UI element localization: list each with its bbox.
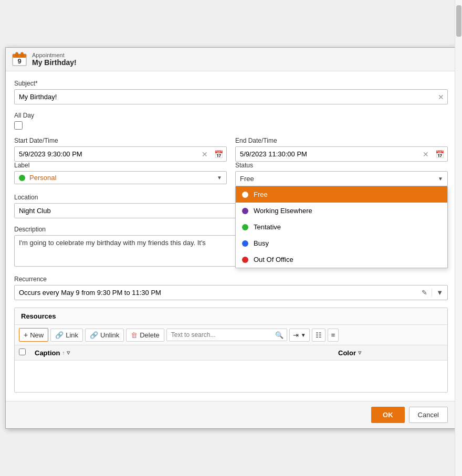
scrollbar-thumb[interactable]: [456, 5, 461, 37]
dialog-footer: OK Cancel: [6, 401, 456, 428]
subject-clear-icon[interactable]: ✕: [435, 93, 447, 101]
label-col: Label Personal ▼: [14, 162, 227, 186]
new-button[interactable]: + New: [19, 328, 48, 342]
end-datetime-col: End Date/Time ✕ 📅: [235, 137, 448, 162]
th-check: [19, 348, 35, 357]
color-filter-icon[interactable]: ▿: [358, 349, 361, 356]
delete-icon: 🗑: [131, 331, 138, 339]
label-select[interactable]: Personal ▼: [14, 171, 227, 184]
column-filter-icon: ≡: [331, 331, 335, 339]
cancel-button[interactable]: Cancel: [409, 407, 448, 423]
delete-button[interactable]: 🗑 Delete: [126, 329, 164, 342]
export-button[interactable]: ⇥ ▼: [289, 329, 310, 342]
table-body: [15, 361, 447, 392]
recurrence-edit-icon[interactable]: ✎: [417, 289, 432, 297]
end-clear-icon[interactable]: ✕: [419, 150, 432, 158]
status-option-out-of-office[interactable]: Out Of Office: [236, 251, 447, 268]
subject-input[interactable]: [15, 90, 435, 104]
out-of-office-dot: [242, 257, 248, 263]
unlink-button[interactable]: 🔗 Unlink: [85, 329, 124, 342]
status-arrow-icon: ▼: [438, 176, 443, 182]
table-header: Caption ↑ ▿ Color ▿: [15, 345, 447, 361]
dialog-body: Subject* ✕ All Day Start Date/Time: [6, 71, 456, 401]
status-select[interactable]: Free ▼: [235, 171, 448, 186]
recurrence-label: Recurrence: [14, 276, 448, 283]
search-wrap: 🔍: [166, 329, 287, 341]
allday-group: All Day: [14, 112, 448, 130]
appointment-dialog: 9 Appointment My Birthday! Subject* ✕ Al…: [5, 47, 457, 429]
subject-group: Subject* ✕: [14, 80, 448, 104]
th-caption: Caption ↑ ▿: [35, 349, 338, 357]
status-col: Status Free ▼ Free Working Elsewher: [235, 162, 448, 186]
select-all-checkbox[interactable]: [19, 348, 26, 355]
ok-button[interactable]: OK: [371, 407, 405, 423]
grid-icon: ☷: [316, 331, 322, 339]
status-dropdown: Free Working Elsewhere Tentative Bu: [235, 186, 448, 268]
datetime-row: Start Date/Time ✕ 📅 End Date/Time ✕ 📅: [14, 137, 448, 162]
start-clear-icon[interactable]: ✕: [198, 150, 211, 158]
start-datetime-input[interactable]: [15, 147, 198, 161]
resources-title: Resources: [21, 312, 56, 320]
grid-view-button[interactable]: ☷: [312, 329, 326, 342]
busy-label: Busy: [254, 239, 269, 247]
label-label: Label: [14, 162, 227, 169]
svg-rect-3: [21, 52, 23, 56]
recurrence-arrow-icon[interactable]: ▼: [432, 289, 447, 297]
allday-label: All Day: [14, 112, 448, 119]
status-option-working-elsewhere[interactable]: Working Elsewhere: [236, 203, 447, 219]
label-arrow-icon: ▼: [217, 175, 222, 181]
caption-filter-icon[interactable]: ▿: [67, 349, 70, 356]
export-arrow-icon: ▼: [301, 332, 306, 338]
th-color: Color ▿: [338, 349, 443, 357]
header-title-block: Appointment My Birthday!: [32, 52, 77, 67]
resources-table: Caption ↑ ▿ Color ▿: [15, 345, 447, 392]
status-option-tentative[interactable]: Tentative: [236, 219, 447, 235]
working-elsewhere-dot: [242, 208, 248, 214]
start-datetime-col: Start Date/Time ✕ 📅: [14, 137, 227, 162]
label-status-row: Label Personal ▼ Status Free ▼: [14, 162, 448, 186]
label-value: Personal: [29, 174, 215, 182]
allday-checkbox[interactable]: [14, 121, 23, 130]
svg-rect-2: [16, 52, 18, 56]
working-elsewhere-label: Working Elsewhere: [254, 207, 312, 215]
subject-input-wrap: ✕: [14, 89, 448, 104]
start-datetime-wrap: ✕ 📅: [14, 146, 227, 162]
resources-header: Resources: [15, 308, 447, 325]
resources-section: Resources + New 🔗 Link 🔗 Unlink: [14, 308, 448, 393]
label-dot: [19, 175, 25, 181]
tentative-label: Tentative: [254, 223, 281, 231]
search-icon[interactable]: 🔍: [272, 331, 287, 339]
start-datetime-label: Start Date/Time: [14, 137, 227, 144]
busy-dot: [242, 240, 248, 247]
search-input[interactable]: [167, 329, 272, 341]
link-icon: 🔗: [55, 331, 64, 339]
subject-label: Subject*: [14, 80, 448, 87]
dialog-subtitle: Appointment: [32, 52, 77, 58]
free-label: Free: [254, 191, 268, 198]
recurrence-group: Recurrence ✎ ▼: [14, 276, 448, 300]
end-datetime-input[interactable]: [236, 147, 419, 161]
filter-columns-button[interactable]: ≡: [328, 329, 339, 342]
unlink-icon: 🔗: [90, 331, 98, 339]
link-label: Link: [66, 331, 78, 339]
plus-icon: +: [24, 331, 28, 339]
out-of-office-label: Out Of Office: [254, 256, 293, 263]
unlink-label: Unlink: [100, 331, 119, 339]
caption-sort-icon[interactable]: ↑: [62, 350, 65, 356]
export-icon: ⇥: [293, 331, 299, 339]
free-dot: [242, 192, 248, 198]
link-button[interactable]: 🔗 Link: [50, 329, 83, 342]
end-datetime-label: End Date/Time: [235, 137, 448, 144]
status-option-free[interactable]: Free: [236, 186, 447, 203]
recurrence-input[interactable]: [15, 285, 417, 300]
delete-label: Delete: [140, 331, 160, 339]
status-value: Free: [240, 175, 438, 183]
resources-toolbar: + New 🔗 Link 🔗 Unlink 🗑 Delete: [15, 325, 447, 345]
start-calendar-icon[interactable]: 📅: [211, 150, 226, 158]
color-col-label: Color: [338, 349, 356, 357]
scrollbar[interactable]: [455, 0, 462, 476]
svg-text:9: 9: [17, 57, 21, 65]
allday-checkbox-wrap: [14, 121, 448, 130]
end-calendar-icon[interactable]: 📅: [432, 150, 447, 158]
status-option-busy[interactable]: Busy: [236, 235, 447, 251]
